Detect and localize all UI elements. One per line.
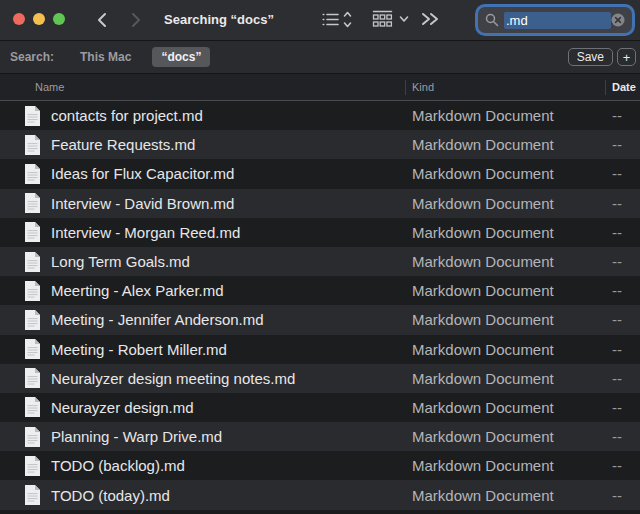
add-criteria-button[interactable]: +: [617, 48, 636, 66]
file-name: TODO (today).md: [51, 487, 412, 504]
file-date: --: [612, 224, 640, 241]
file-date: --: [612, 399, 640, 416]
file-date: --: [612, 428, 640, 445]
file-kind: Markdown Document: [412, 282, 612, 299]
file-row[interactable]: Interview - Morgan Reed.md Markdown Docu…: [0, 218, 640, 247]
toolbar: Searching “docs”: [0, 0, 640, 41]
window-title: Searching “docs”: [149, 0, 289, 40]
file-row[interactable]: Interview - David Brown.md Markdown Docu…: [0, 189, 640, 218]
column-divider[interactable]: [405, 80, 406, 95]
search-icon: [485, 13, 499, 27]
file-name: Meeting - Robert Miller.md: [51, 341, 412, 358]
search-value[interactable]: .md: [504, 12, 611, 29]
file-date: --: [612, 195, 640, 212]
file-name: TODO (backlog).md: [51, 457, 412, 474]
document-icon: [24, 106, 41, 126]
document-icon: [24, 339, 41, 359]
finder-window: Searching “docs”: [0, 0, 640, 514]
file-name: Meerting - Alex Parker.md: [51, 282, 412, 299]
file-name: Ideas for Flux Capacitor.md: [51, 165, 412, 182]
forward-button[interactable]: [127, 11, 145, 29]
file-date: --: [612, 136, 640, 153]
file-kind: Markdown Document: [412, 224, 612, 241]
file-date: --: [612, 370, 640, 387]
clear-search-icon[interactable]: [611, 13, 625, 27]
file-date: --: [612, 457, 640, 474]
document-icon: [24, 135, 41, 155]
file-date: --: [612, 165, 640, 182]
file-row[interactable]: contacts for project.md Markdown Documen…: [0, 101, 640, 130]
file-date: --: [612, 487, 640, 504]
file-kind: Markdown Document: [412, 341, 612, 358]
file-name: Neuralyzer design meeting notes.md: [51, 370, 412, 387]
file-row[interactable]: Long Term Goals.md Markdown Document --: [0, 247, 640, 276]
file-row[interactable]: Planning - Warp Drive.md Markdown Docume…: [0, 422, 640, 451]
document-icon: [24, 193, 41, 213]
file-name: Neurayzer design.md: [51, 399, 412, 416]
file-kind: Markdown Document: [412, 195, 612, 212]
file-row[interactable]: Feature Requests.md Markdown Document --: [0, 130, 640, 159]
chevron-left-icon: [96, 12, 107, 28]
chevron-right-icon: [131, 12, 142, 28]
traffic-lights: [13, 13, 65, 25]
chevron-down-icon: [399, 15, 409, 23]
file-kind: Markdown Document: [412, 370, 612, 387]
file-row[interactable]: TODO (backlog).md Markdown Document --: [0, 451, 640, 480]
search-scope-bar: Search: This Mac “docs” Save +: [0, 41, 640, 74]
file-kind: Markdown Document: [412, 487, 612, 504]
file-date: --: [612, 341, 640, 358]
document-icon: [24, 281, 41, 301]
file-row[interactable]: TODO (today).md Markdown Document --: [0, 480, 640, 509]
document-icon: [24, 164, 41, 184]
column-header-date[interactable]: Date: [612, 81, 636, 93]
file-name: Planning - Warp Drive.md: [51, 428, 412, 445]
file-kind: Markdown Document: [412, 165, 612, 182]
file-date: --: [612, 107, 640, 124]
document-icon: [24, 222, 41, 242]
file-kind: Markdown Document: [412, 253, 612, 270]
file-row[interactable]: Neurayzer design.md Markdown Document --: [0, 393, 640, 422]
document-icon: [24, 427, 41, 447]
column-header-name[interactable]: Name: [35, 81, 64, 93]
scope-label: Search:: [10, 50, 54, 64]
document-icon: [24, 397, 41, 417]
file-kind: Markdown Document: [412, 107, 612, 124]
document-icon: [24, 485, 41, 505]
file-row[interactable]: Meeting - Robert Miller.md Markdown Docu…: [0, 335, 640, 364]
list-view-icon: [322, 12, 339, 27]
view-mode-button[interactable]: [322, 11, 352, 28]
group-grid-icon: [371, 10, 394, 28]
up-down-chevrons-icon: [343, 11, 352, 28]
document-icon: [24, 310, 41, 330]
file-kind: Markdown Document: [412, 399, 612, 416]
file-kind: Markdown Document: [412, 311, 612, 328]
file-name: Interview - Morgan Reed.md: [51, 224, 412, 241]
close-window-icon[interactable]: [13, 13, 25, 25]
file-name: Feature Requests.md: [51, 136, 412, 153]
search-input[interactable]: .md: [478, 7, 632, 33]
file-row[interactable]: Meeting - Jennifer Anderson.md Markdown …: [0, 305, 640, 334]
zoom-window-icon[interactable]: [53, 13, 65, 25]
document-icon: [24, 252, 41, 272]
back-button[interactable]: [92, 11, 110, 29]
file-date: --: [612, 311, 640, 328]
file-kind: Markdown Document: [412, 457, 612, 474]
double-chevron-right-icon: [421, 11, 441, 27]
column-header-kind[interactable]: Kind: [412, 81, 434, 93]
group-button[interactable]: [371, 10, 409, 28]
column-header-row: Name Kind Date: [0, 74, 640, 101]
file-name: contacts for project.md: [51, 107, 412, 124]
scope-this-mac[interactable]: This Mac: [71, 47, 140, 67]
file-list: contacts for project.md Markdown Documen…: [0, 101, 640, 514]
file-row[interactable]: Ideas for Flux Capacitor.md Markdown Doc…: [0, 159, 640, 188]
document-icon: [24, 456, 41, 476]
toolbar-overflow-button[interactable]: [421, 11, 441, 31]
file-row[interactable]: Meerting - Alex Parker.md Markdown Docum…: [0, 276, 640, 305]
file-row[interactable]: Neuralyzer design meeting notes.md Markd…: [0, 364, 640, 393]
scope-docs[interactable]: “docs”: [152, 47, 210, 67]
file-name: Meeting - Jennifer Anderson.md: [51, 311, 412, 328]
save-search-button[interactable]: Save: [568, 48, 613, 66]
document-icon: [24, 368, 41, 388]
column-divider[interactable]: [605, 80, 606, 95]
minimize-window-icon[interactable]: [33, 13, 45, 25]
